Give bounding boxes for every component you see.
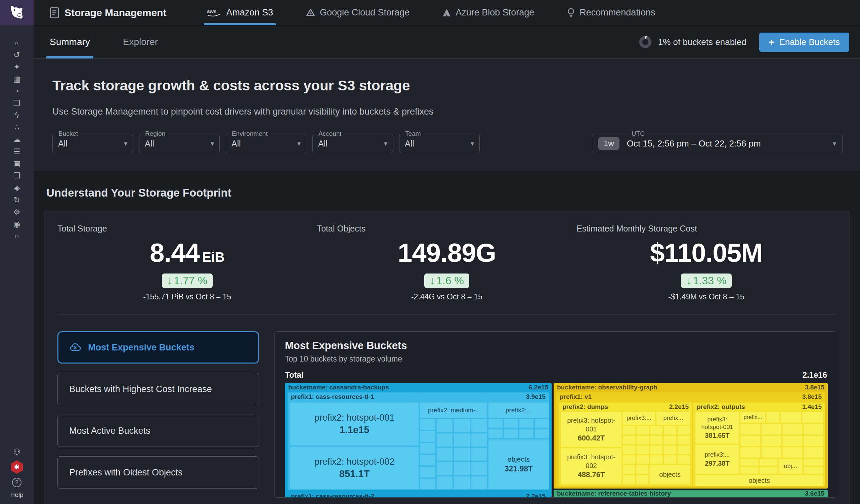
tab-amazon-s3[interactable]: awsAmazon S3 xyxy=(206,0,273,25)
cell-outputs-obj[interactable]: obj... xyxy=(779,459,802,474)
treemap-grid-cell[interactable] xyxy=(488,419,503,428)
service-map-icon[interactable]: ∴ xyxy=(7,123,27,132)
treemap-grid-cell[interactable] xyxy=(636,446,649,454)
datadog-logo[interactable] xyxy=(0,0,33,26)
treemap-grid-cell[interactable] xyxy=(420,467,435,477)
cell-prefix2-more[interactable]: prefix2:... xyxy=(488,403,549,418)
prefix2-outputs-header[interactable]: prefix2: outputs1.4e15 xyxy=(693,403,825,411)
prefix1-v1-header[interactable]: prefix1: v13.8e15 xyxy=(556,392,825,401)
cell-dumps-prefix-more[interactable]: prefix... xyxy=(656,412,690,425)
treemap-grid-cell[interactable] xyxy=(471,448,487,461)
cell-outputs-hotspot-001[interactable]: prefix3:hotspot-001381.65T xyxy=(696,412,739,444)
invite-user-icon[interactable]: ⚇ xyxy=(7,448,27,456)
tab-explorer[interactable]: Explorer xyxy=(123,26,158,58)
treemap-grid-cell[interactable] xyxy=(664,455,676,464)
treemap-grid-cell[interactable] xyxy=(650,436,663,444)
sparkle-icon[interactable]: ✦ xyxy=(7,62,27,71)
treemap-grid-cell[interactable] xyxy=(760,467,777,474)
view-button-buckets-with-highest-cost-increase[interactable]: Buckets with Highest Cost Increase xyxy=(57,373,259,405)
treemap-grid-cell[interactable] xyxy=(664,446,676,454)
cell-outputs-objects[interactable]: objects xyxy=(696,475,823,486)
treemap-grid-cell[interactable] xyxy=(804,459,823,466)
treemap-grid-cell[interactable] xyxy=(804,436,823,446)
time-range-picker[interactable]: UTC 1w Oct 15, 2:56 pm – Oct 22, 2:56 pm… xyxy=(592,134,843,153)
treemap-grid-cell[interactable] xyxy=(454,448,470,461)
treemap-grid-cell[interactable] xyxy=(677,446,690,454)
prefix2-dumps-header[interactable]: prefix2: dumps2.2e15 xyxy=(559,403,692,411)
treemap-grid-cell[interactable] xyxy=(636,465,648,474)
treemap-grid-cell[interactable] xyxy=(437,419,453,432)
treemap-grid-cell[interactable] xyxy=(804,467,823,474)
logs-icon[interactable]: ☰ xyxy=(7,147,27,156)
treemap-grid-cell[interactable] xyxy=(783,447,802,458)
view-button-most-active-buckets[interactable]: Most Active Buckets xyxy=(57,415,259,447)
treemap-grid-cell[interactable] xyxy=(420,455,435,465)
treemap-grid-cell[interactable] xyxy=(636,475,648,484)
treemap-grid-cell[interactable] xyxy=(437,433,453,446)
dashboards-icon[interactable]: ◔ xyxy=(7,87,27,96)
treemap-grid-cell[interactable] xyxy=(504,419,518,428)
treemap-grid-cell[interactable] xyxy=(471,433,487,446)
treemap-grid-cell[interactable] xyxy=(454,419,470,432)
settings-gear-icon[interactable]: ⚙ xyxy=(7,208,27,216)
treemap-grid-cell[interactable] xyxy=(519,419,533,428)
treemap-grid-cell[interactable] xyxy=(803,412,823,423)
cell-outputs-small[interactable] xyxy=(766,412,779,423)
treemap-grid-cell[interactable] xyxy=(741,467,758,474)
view-button-most-expensive-buckets[interactable]: $Most Expensive Buckets xyxy=(57,331,259,363)
treemap-grid-cell[interactable] xyxy=(420,419,435,430)
treemap-grid-cell[interactable] xyxy=(636,455,649,464)
treemap-grid-cell[interactable] xyxy=(454,433,470,446)
account-filter[interactable]: AccountAll▾ xyxy=(312,134,393,153)
treemap-grid-cell[interactable] xyxy=(437,476,453,489)
treemap-grid-cell[interactable] xyxy=(420,479,435,489)
treemap-grid-cell[interactable] xyxy=(535,419,549,428)
cell-hotspot-001[interactable]: prefix2: hotspot-0011.1e15 xyxy=(290,403,419,446)
treemap-grid-cell[interactable] xyxy=(783,436,802,446)
apm-icon[interactable]: ϟ xyxy=(7,111,27,120)
treemap-grid-cell[interactable] xyxy=(804,424,823,434)
treemap-grid-cell[interactable] xyxy=(420,443,435,453)
cell-objects-cassandra[interactable]: objects321.98T xyxy=(488,440,549,489)
cell-dumps-objects[interactable]: objects xyxy=(650,465,690,484)
cell-medium[interactable]: prefix2: medium-.. xyxy=(420,403,487,418)
treemap-grid-cell[interactable] xyxy=(664,436,676,444)
tab-azure-blob-storage[interactable]: Azure Blob Storage xyxy=(442,0,534,25)
tab-google-cloud-storage[interactable]: Google Cloud Storage xyxy=(306,0,410,25)
treemap-grid-cell[interactable] xyxy=(623,436,635,444)
treemap-grid-cell[interactable] xyxy=(623,455,635,464)
cell-hotspot-002[interactable]: prefix2: hotspot-002851.1T xyxy=(290,447,419,489)
treemap-grid-cell[interactable] xyxy=(454,476,470,489)
treemap-grid-cell[interactable] xyxy=(741,447,760,458)
org-avatar[interactable]: ✱ xyxy=(11,460,23,474)
treemap-grid-cell[interactable] xyxy=(781,412,801,423)
treemap-grid-cell[interactable] xyxy=(804,447,823,458)
treemap-grid-cell[interactable] xyxy=(741,436,760,446)
bucket-observability-graph-header[interactable]: bucketname: observability-graph3.8e15 xyxy=(554,383,828,392)
treemap-grid-cell[interactable] xyxy=(741,459,758,466)
treemap-grid-cell[interactable] xyxy=(741,424,760,434)
treemap-grid-cell[interactable] xyxy=(623,475,635,484)
metrics-icon[interactable]: ▦ xyxy=(7,75,27,83)
treemap-grid-cell[interactable] xyxy=(677,455,690,464)
treemap-grid-cell[interactable] xyxy=(762,436,782,446)
cell-dumps-prefix3-more[interactable]: prefix3:... xyxy=(623,412,655,425)
time-preset-chip[interactable]: 1w xyxy=(598,137,619,150)
treemap-grid-cell[interactable] xyxy=(471,476,487,489)
team-filter[interactable]: TeamAll▾ xyxy=(399,134,480,153)
treemap-grid-cell[interactable] xyxy=(650,446,663,454)
cell-outputs-prefix-more[interactable]: prefix... xyxy=(741,412,765,423)
cell-dumps-hotspot-002[interactable]: prefix3: hotspot-002488.76T xyxy=(561,448,621,484)
search-icon[interactable]: ⌕ xyxy=(7,38,27,47)
tab-recommendations[interactable]: Recommendations xyxy=(567,0,655,25)
treemap-grid-cell[interactable] xyxy=(535,429,549,438)
treemap-grid-cell[interactable] xyxy=(636,436,649,444)
treemap-grid-cell[interactable] xyxy=(420,431,435,442)
treemap-grid-cell[interactable] xyxy=(762,424,782,434)
infrastructure-icon[interactable]: ❐ xyxy=(7,99,27,107)
integrations-icon[interactable]: ❒ xyxy=(7,171,27,180)
treemap-grid-cell[interactable] xyxy=(650,455,663,464)
treemap-grid-cell[interactable] xyxy=(623,446,635,454)
treemap-grid-cell[interactable] xyxy=(519,429,533,438)
treemap-grid-cell[interactable] xyxy=(471,462,487,475)
